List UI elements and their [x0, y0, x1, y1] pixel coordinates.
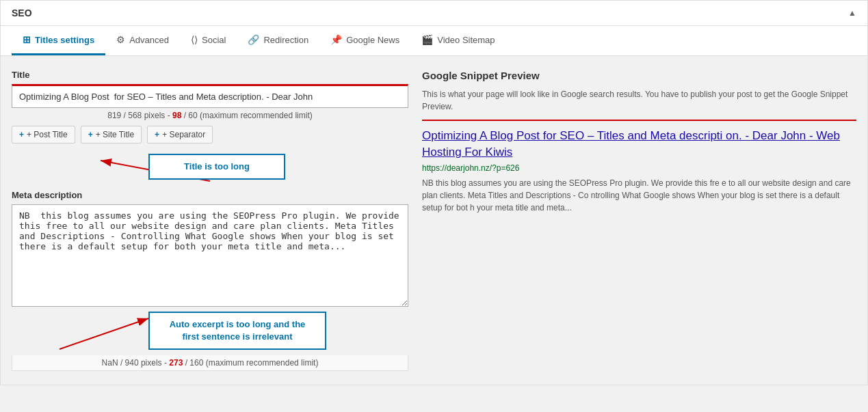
tab-redirection[interactable]: 🔗 Redirection [237, 26, 319, 55]
site-title-button[interactable]: + + Site Title [81, 126, 142, 143]
plus-icon-sep: + [155, 130, 159, 139]
titles-icon: ⊞ [23, 34, 31, 45]
title-input[interactable] [12, 84, 408, 108]
snippet-meta-text: NB this blog assumes you are using the S… [422, 177, 856, 214]
tab-social[interactable]: ⟨⟩ Social [180, 26, 237, 55]
redirection-icon: 🔗 [248, 34, 259, 45]
callout-title-too-long: Title is too long [148, 154, 285, 180]
callout-excerpt-text: Auto excerpt is too long and thefirst se… [170, 319, 306, 342]
googlenews-icon: 📌 [330, 34, 342, 45]
insert-buttons: + + Post Title + + Site Title + + Separa… [12, 126, 408, 143]
title-section-label: Title [12, 70, 408, 80]
tabs-bar: ⊞ Titles settings ⚙ Advanced ⟨⟩ Social 🔗… [1, 26, 867, 56]
tab-redirection-label: Redirection [263, 35, 308, 45]
tab-social-label: Social [202, 35, 226, 45]
videositemap-icon: 🎬 [421, 34, 433, 45]
snippet-link-title: Optimizing A Blog Post for SEO – Titles … [422, 128, 856, 161]
left-panel: Title 819 / 568 pixels - 98 / 60 (maximu… [12, 70, 408, 371]
collapse-icon[interactable]: ▲ [848, 8, 856, 18]
plus-icon-post: + [19, 130, 24, 139]
tab-googlenews-label: Google News [346, 35, 399, 45]
plus-icon-site: + [88, 130, 93, 139]
social-icon: ⟨⟩ [191, 34, 198, 45]
callout-excerpt-area: Auto excerpt is too long and thefirst se… [12, 312, 408, 353]
title-pixel-count: 819 / 568 pixels - 98 / 60 (maximum reco… [12, 111, 408, 120]
seo-plugin-title: SEO [12, 8, 32, 18]
separator-button[interactable]: + + Separator [147, 126, 213, 143]
callout-excerpt-too-long: Auto excerpt is too long and thefirst se… [148, 312, 326, 350]
post-title-label: + Post Title [27, 130, 68, 139]
main-content: Title 819 / 568 pixels - 98 / 60 (maximu… [1, 56, 867, 385]
right-panel: Google Snippet Preview This is what your… [422, 70, 856, 371]
meta-textarea[interactable] [12, 204, 408, 307]
site-title-label: + Site Title [96, 130, 134, 139]
snippet-divider [422, 120, 856, 121]
tab-titles[interactable]: ⊞ Titles settings [12, 26, 105, 55]
snippet-preview-title: Google Snippet Preview [422, 70, 856, 81]
svg-line-3 [60, 318, 148, 349]
post-title-button[interactable]: + + Post Title [12, 126, 75, 143]
advanced-icon: ⚙ [116, 34, 125, 45]
separator-label: + Separator [162, 130, 205, 139]
tab-videositemap-label: Video Sitemap [437, 35, 495, 45]
title-input-wrapper [12, 84, 408, 108]
callout-title-area: Title is too long [12, 157, 408, 184]
seo-header: SEO ▲ [1, 1, 867, 26]
tab-googlenews[interactable]: 📌 Google News [319, 26, 410, 55]
snippet-desc: This is what your page will look like in… [422, 88, 856, 113]
snippet-url: https://dearjohn.nz/?p=626 [422, 163, 856, 173]
tab-videositemap[interactable]: 🎬 Video Sitemap [410, 26, 505, 55]
meta-section-label: Meta description [12, 190, 408, 200]
tab-titles-label: Titles settings [35, 35, 94, 45]
tab-advanced-label: Advanced [129, 35, 169, 45]
meta-pixel-count: NaN / 940 pixels - 273 / 160 (maximum re… [12, 355, 408, 371]
tab-advanced[interactable]: ⚙ Advanced [105, 26, 180, 55]
